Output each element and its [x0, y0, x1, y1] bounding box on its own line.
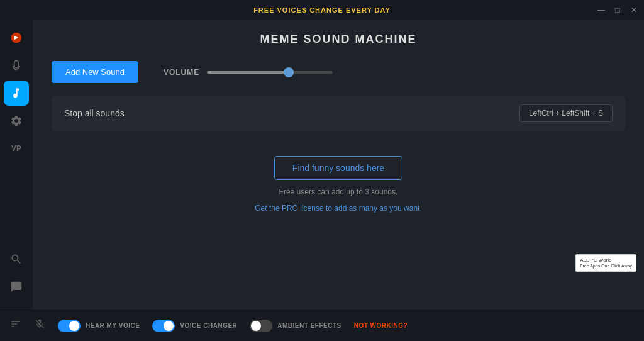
stop-sounds-label: Stop all sounds [64, 108, 125, 118]
maximize-button[interactable]: □ [613, 6, 623, 14]
ambient-effects-toggle[interactable] [250, 320, 272, 332]
sidebar-item-search[interactable] [4, 247, 29, 272]
volume-control: VOLUME [164, 68, 625, 77]
logo-icon [10, 31, 23, 44]
pro-license-link[interactable]: Get the PRO license to add as many as yo… [255, 204, 421, 213]
hear-my-voice-label: HEAR MY VOICE [86, 322, 140, 329]
hear-my-voice-toggle[interactable] [58, 320, 80, 332]
volume-slider-thumb[interactable] [284, 67, 294, 77]
main-layout: VP MEME SOUND MACHINE Add New Sound VOLU… [0, 20, 644, 310]
voice-changer-group: VOICE CHANGER [152, 320, 237, 332]
ambient-effects-group: AMBIENT EFFECTS [250, 320, 341, 332]
ambient-effects-knob [251, 321, 261, 331]
find-sounds-button[interactable]: Find funny sounds here [274, 156, 402, 180]
page-title: MEME SOUND MACHINE [52, 33, 625, 46]
settings-icon [10, 115, 23, 127]
soundboard-icon [10, 87, 23, 99]
volume-slider-track[interactable] [207, 71, 333, 74]
sidebar-bottom [4, 247, 29, 305]
volume-label: VOLUME [164, 68, 199, 77]
stop-sounds-row: Stop all sounds LeftCtrl + LeftShift + S [52, 96, 625, 131]
bottom-bar: HEAR MY VOICE VOICE CHANGER AMBIENT EFFE… [0, 310, 644, 341]
content-area: MEME SOUND MACHINE Add New Sound VOLUME … [33, 20, 644, 310]
watermark: ALL PC World Free Apps One Click Away [575, 254, 636, 272]
voice-changer-knob [164, 321, 174, 331]
vp-label: VP [11, 144, 21, 153]
sidebar-item-voice-changer[interactable] [4, 53, 29, 78]
search-icon [10, 253, 23, 266]
sidebar-item-vp[interactable]: VP [4, 136, 29, 161]
voice-changer-toggle[interactable] [152, 320, 175, 332]
bottom-icon-equalizer[interactable] [10, 318, 21, 333]
window-controls: — □ ✕ [596, 0, 639, 20]
not-working-button[interactable]: NOT WORKING? [354, 322, 408, 329]
sidebar-item-chat[interactable] [4, 274, 29, 299]
add-sound-button[interactable]: Add New Sound [52, 61, 138, 83]
announcement-text: FREE VOICES CHANGE EVERY DAY [253, 6, 391, 14]
close-button[interactable]: ✕ [629, 6, 639, 14]
minimize-button[interactable]: — [596, 6, 606, 14]
voice-changer-label: VOICE CHANGER [180, 322, 237, 329]
free-users-text: Free users can add up to 3 sounds. [279, 187, 398, 196]
bottom-icon-mic-off[interactable] [34, 318, 45, 333]
chat-icon [10, 281, 23, 293]
hear-my-voice-knob [69, 321, 79, 331]
hear-my-voice-group: HEAR MY VOICE [58, 320, 140, 332]
sidebar-item-soundboard[interactable] [4, 81, 29, 106]
controls-row: Add New Sound VOLUME [52, 61, 625, 83]
voice-changer-icon [10, 59, 23, 72]
stop-sounds-shortcut: LeftCtrl + LeftShift + S [519, 104, 613, 122]
find-sounds-section: Find funny sounds here Free users can ad… [52, 156, 625, 213]
ambient-effects-label: AMBIENT EFFECTS [277, 322, 341, 329]
volume-slider-fill [207, 71, 289, 74]
sidebar-item-settings[interactable] [4, 108, 29, 133]
title-bar: FREE VOICES CHANGE EVERY DAY — □ ✕ [0, 0, 644, 20]
sidebar-item-logo[interactable] [4, 25, 29, 50]
sidebar: VP [0, 20, 33, 310]
